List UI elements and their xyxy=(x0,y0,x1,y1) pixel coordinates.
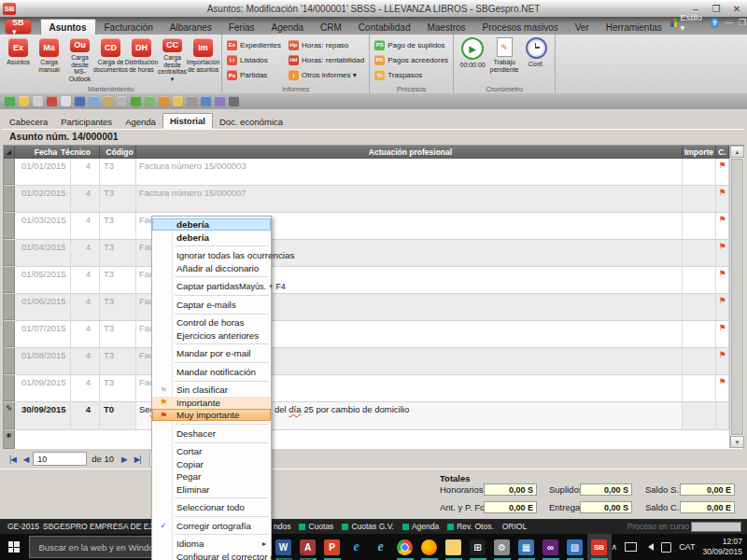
table-row[interactable]: 01/03/20154T3Factura número 15/000010⚑ xyxy=(4,213,743,240)
menu-item-importante[interactable]: ⚑Importante xyxy=(152,397,271,409)
next-record-button[interactable]: ▶ xyxy=(119,455,130,464)
menu-item-captar-partidas[interactable]: Captar partidasMayús. + F4 xyxy=(152,280,271,292)
ribbon-tab-maestros[interactable]: Maestros xyxy=(418,20,473,35)
ribbon-button-carga-desde-centralitas[interactable]: CCCarga desde centralitas ▾ xyxy=(158,37,187,83)
last-record-button[interactable]: ▶| xyxy=(132,455,144,464)
ribbon-tab-ferias[interactable]: Ferias xyxy=(220,20,263,35)
ribbon-button-partidas[interactable]: PaPartidas xyxy=(225,68,283,83)
cell-clasificacion[interactable]: ⚑ xyxy=(716,348,729,374)
table-row[interactable]: 01/04/20154T3Factu⚑ xyxy=(4,240,743,267)
table-row[interactable]: 01/06/20154T3Factu⚑ xyxy=(4,294,743,321)
ribbon-button-carga-desde-ms-outlook[interactable]: OuCarga desde MS-Outlook xyxy=(65,37,94,83)
ribbon-restore-icon[interactable]: ❐ xyxy=(739,18,746,27)
cell-clasificacion[interactable]: ⚑ xyxy=(716,186,729,212)
ribbon-tab-facturación[interactable]: Facturación xyxy=(96,20,162,35)
taskbar-app-firefox[interactable] xyxy=(417,534,442,560)
close-button[interactable]: ✕ xyxy=(726,2,747,16)
cut-icon[interactable] xyxy=(117,96,127,106)
taskbar-app-visual-studio[interactable]: ∞ xyxy=(539,534,563,560)
taskbar-app-powerpoint[interactable]: P xyxy=(320,534,345,560)
row-selector[interactable] xyxy=(4,321,15,347)
prev-record-button[interactable]: ◀ xyxy=(21,455,32,464)
taskbar-app-file-explorer[interactable] xyxy=(442,534,466,560)
ribbon-tab-crm[interactable]: CRM xyxy=(312,20,350,35)
menu-item-a-adir-al-diccionario[interactable]: Añadir al diccionario xyxy=(152,261,271,273)
taskbar-app-photos[interactable]: ▨ xyxy=(563,534,587,560)
trabajo-pendiente-button[interactable]: ✎Trabajo pendiente xyxy=(488,37,520,74)
table-row[interactable]: 01/05/20154T3Factu⚑ xyxy=(4,267,743,294)
taskbar-app-devices[interactable]: ⚙ xyxy=(490,534,514,560)
cell-clasificacion[interactable]: ⚑ xyxy=(716,375,729,401)
tab-historial[interactable]: Historial xyxy=(162,113,213,129)
menu-item-cortar[interactable]: Cortar xyxy=(152,445,271,457)
cell-clasificacion[interactable]: ⚑ xyxy=(716,321,729,347)
ribbon-button-carga-manual[interactable]: MaCarga manual xyxy=(35,37,63,83)
menu-item-corregir-ortograf-a[interactable]: ✓Corregir ortografía xyxy=(152,519,271,531)
cell-clasificacion[interactable] xyxy=(716,402,729,429)
paste-icon[interactable] xyxy=(103,96,113,106)
column-header-importe[interactable]: Importe xyxy=(683,146,716,159)
row-selector[interactable] xyxy=(4,294,15,320)
table-row[interactable]: 01/01/20154T3Factura número 15/000003⚑ xyxy=(4,159,743,186)
menu-item-pegar[interactable]: Pegar xyxy=(152,470,271,483)
ribbon-button-carga-de-documentos[interactable]: CDCarga de documentos xyxy=(96,37,125,83)
volume-icon[interactable] xyxy=(644,543,654,551)
ribbon-tab-agenda[interactable]: Agenda xyxy=(263,20,312,35)
cell-clasificacion[interactable]: ⚑ xyxy=(716,213,729,239)
row-selector[interactable] xyxy=(4,240,15,266)
ribbon-minimize-icon[interactable]: — xyxy=(725,18,733,27)
table-icon[interactable] xyxy=(201,96,211,106)
first-record-button[interactable]: |◀ xyxy=(7,455,19,464)
report-icon[interactable] xyxy=(159,96,169,106)
taskbar-app-sbgespro[interactable]: SB xyxy=(587,534,612,560)
table-row-editing[interactable]: ✎30/09/20154T0Se debdel día 25 por cambi… xyxy=(4,402,743,430)
row-selector[interactable] xyxy=(4,375,15,401)
ribbon-tab-ver[interactable]: Ver xyxy=(567,20,598,35)
taskbar-app-windows-store[interactable]: ⊞ xyxy=(466,534,490,560)
language-indicator[interactable]: CAT xyxy=(679,542,695,552)
ribbon-tab-contabilidad[interactable]: Contabilidad xyxy=(350,20,419,35)
ribbon-button-importación-de-asuntos[interactable]: ImImportación de asuntos xyxy=(189,37,218,83)
connect-icon[interactable] xyxy=(5,96,15,106)
menu-item-seleccionar-todo[interactable]: Seleccionar todo xyxy=(152,501,271,513)
tab-cabecera[interactable]: Cabecera xyxy=(3,115,54,129)
ribbon-button-expedientes[interactable]: ExExpedientes xyxy=(225,37,283,52)
row-selector[interactable] xyxy=(4,267,15,293)
delete-document-icon[interactable] xyxy=(47,96,57,106)
sync-icon[interactable] xyxy=(145,96,155,106)
timer-start-button[interactable]: ▶00:00:00 xyxy=(457,37,488,69)
mail-icon[interactable] xyxy=(173,96,183,106)
menu-item-ignorar-todas-las-ocurrencias[interactable]: Ignorar todas las ocurrencias xyxy=(152,249,271,261)
record-number-input[interactable]: 10 xyxy=(33,452,87,466)
table-row-new[interactable]: ✱ xyxy=(4,430,743,450)
table-row[interactable]: 01/07/20154T3Factu⚑ xyxy=(4,321,743,348)
cell-clasificacion[interactable]: ⚑ xyxy=(716,294,729,320)
vertical-scrollbar[interactable]: ▲ ▼ xyxy=(729,146,744,448)
tab-doc-económica[interactable]: Doc. económica xyxy=(213,115,289,129)
view-document-icon[interactable] xyxy=(61,96,71,106)
copy-icon[interactable] xyxy=(89,96,99,106)
menu-item-control-de-horas[interactable]: Control de horas xyxy=(152,316,271,329)
row-selector[interactable] xyxy=(4,186,15,212)
row-selector[interactable] xyxy=(4,348,15,374)
menu-item-mandar-notificaci-n[interactable]: Mandar notificación xyxy=(152,366,271,378)
new-row-selector[interactable]: ✱ xyxy=(4,430,15,449)
column-header-c[interactable]: C. xyxy=(716,146,729,159)
print-icon[interactable] xyxy=(187,96,197,106)
grid-corner-sort-icon[interactable]: ◢ xyxy=(4,146,15,159)
ribbon-tab-asuntos[interactable]: Asuntos xyxy=(40,19,96,35)
scrollbar-thumb[interactable] xyxy=(731,159,743,435)
tray-chevron-icon[interactable]: ∧ xyxy=(612,542,618,552)
column-header-codigo[interactable]: Código xyxy=(100,146,136,159)
row-selector-edit[interactable]: ✎ xyxy=(4,402,15,429)
table-row[interactable]: 01/02/20154T3Factura número 15/000007⚑ xyxy=(4,186,743,213)
clock[interactable]: 12:07 30/09/2015 xyxy=(702,537,742,556)
cell-clasificacion[interactable]: ⚑ xyxy=(716,240,729,266)
column-header-actuacion[interactable]: Actuación profesional xyxy=(136,146,683,159)
ribbon-button-pagos-acreedores[interactable]: PAPagos acreedores xyxy=(373,52,450,67)
menu-item-mandar-por-e-mail[interactable]: Mandar por e-mail xyxy=(152,347,271,359)
table-row[interactable]: 01/09/20154T3Factu⚑ xyxy=(4,375,743,402)
more-dropdown-icon[interactable] xyxy=(229,96,239,106)
save-icon[interactable] xyxy=(75,96,85,106)
ribbon-button-asuntos[interactable]: ExAsuntos xyxy=(4,37,33,83)
